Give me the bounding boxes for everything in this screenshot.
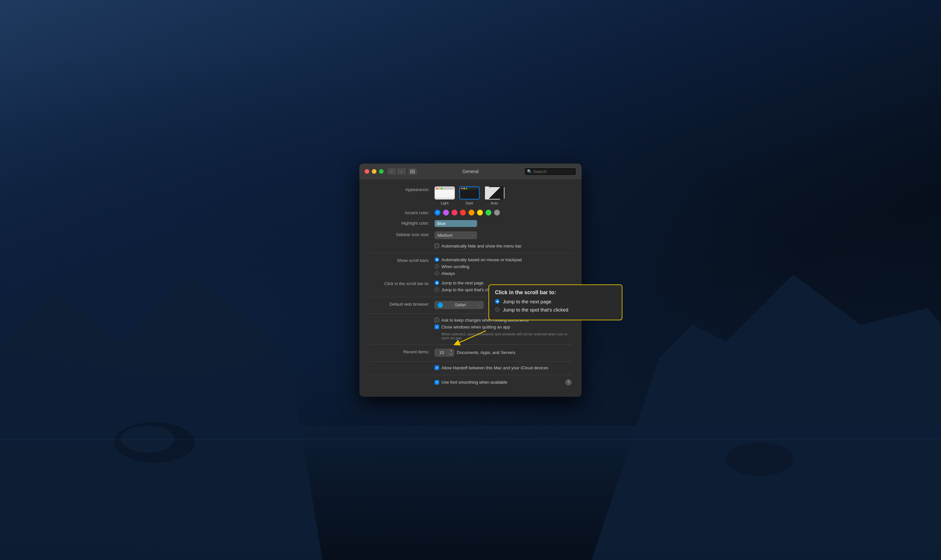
thumb-bar-dark: [460, 187, 479, 190]
appearance-options: Light: [435, 186, 572, 205]
appearance-light-label: Light: [441, 201, 449, 205]
handoff-control: Allow Handoff between this Mac and your …: [435, 365, 572, 370]
font-smoothing-control: Use font smoothing when available ?: [435, 379, 572, 386]
minimize-button[interactable]: [372, 169, 376, 174]
auto-hide-control: Automatically hide and show the menu bar: [435, 244, 572, 248]
recent-items-inline: 10 ▲ ▼ Documents, Apps, and Servers: [435, 349, 572, 357]
thumb-dot-d1: [461, 188, 463, 189]
titlebar: ‹ › General 🔍: [359, 164, 582, 180]
svg-marker-2: [591, 274, 941, 560]
scroll-when-scrolling-circle[interactable]: [435, 264, 439, 269]
callout-option-2[interactable]: Jump to the spot that's clicked: [495, 307, 616, 312]
accent-red[interactable]: [460, 210, 466, 215]
scroll-always-circle[interactable]: [435, 271, 439, 275]
handoff-box[interactable]: [435, 365, 439, 370]
scroll-auto-radio[interactable]: Automatically based on mouse or trackpad: [435, 257, 572, 262]
sidebar-icon-label: Sidebar icon size:: [369, 232, 435, 237]
web-browser-arrow: ⌄: [478, 303, 481, 307]
help-button[interactable]: ?: [565, 379, 572, 386]
recent-items-control: 10 ▲ ▼ Documents, Apps, and Servers: [435, 349, 572, 357]
accent-yellow[interactable]: [477, 210, 483, 215]
grid-view-button[interactable]: [409, 168, 417, 175]
font-smoothing-row: Use font smoothing when available ?: [369, 379, 572, 386]
appearance-dark-thumb: [460, 186, 480, 200]
preferences-window: ‹ › General 🔍 Appearance:: [359, 164, 582, 397]
back-icon: ‹: [391, 169, 392, 174]
web-browser-value: Safari: [455, 302, 466, 307]
sidebar-icon-arrow: ⌄: [472, 234, 474, 237]
click-next-page-circle[interactable]: [435, 280, 439, 285]
highlight-color-row: Highlight color: Blue ⌃: [369, 220, 572, 227]
sidebar-icon-control: Medium ⌄: [435, 232, 572, 239]
thumb-dot-d3: [466, 188, 467, 189]
thumb-dot-2: [438, 188, 440, 189]
appearance-control: Light: [435, 186, 572, 205]
handoff-label: [369, 365, 435, 366]
accent-purple[interactable]: [443, 210, 449, 215]
callout-radio-2[interactable]: [495, 307, 500, 312]
accent-color-label: Accent color:: [369, 210, 435, 215]
accent-pink[interactable]: [452, 210, 457, 215]
close-windows-box[interactable]: [435, 325, 439, 329]
accent-graphite[interactable]: [494, 210, 500, 215]
handoff-checkbox[interactable]: Allow Handoff between this Mac and your …: [435, 365, 572, 370]
recent-items-row: Recent items: 10 ▲ ▼ Documents, Apps, an…: [369, 349, 572, 357]
font-smoothing-box[interactable]: [435, 380, 439, 385]
callout-option-1-text: Jump to the next page: [503, 299, 551, 304]
search-input[interactable]: [533, 169, 574, 174]
appearance-row: Appearance:: [369, 186, 572, 205]
font-smoothing-checkbox[interactable]: Use font smoothing when available: [435, 380, 508, 385]
auto-hide-text: Automatically hide and show the menu bar: [441, 244, 521, 248]
highlight-color-dropdown[interactable]: Blue ⌃: [435, 220, 477, 227]
auto-hide-checkbox[interactable]: Automatically hide and show the menu bar: [435, 244, 572, 248]
auto-hide-checkbox-box[interactable]: [435, 244, 439, 248]
font-smoothing-text: Use font smoothing when available: [441, 380, 508, 385]
scroll-always-radio[interactable]: Always: [435, 271, 572, 276]
forward-icon: ›: [401, 169, 402, 174]
highlight-color-control: Blue ⌃: [435, 220, 572, 227]
appearance-light-thumb: [435, 186, 455, 200]
accent-green[interactable]: [486, 210, 491, 215]
accent-blue[interactable]: ✓: [435, 210, 440, 215]
appearance-auto[interactable]: Auto: [484, 186, 504, 205]
scroll-auto-radio-circle[interactable]: [435, 257, 439, 262]
show-scroll-bars-row: Show scroll bars: Automatically based on…: [369, 257, 572, 276]
safari-icon: [438, 302, 443, 308]
thumb-body-light: [435, 190, 454, 198]
maximize-button[interactable]: [379, 169, 384, 174]
font-smoothing-inline: Use font smoothing when available ?: [435, 379, 572, 386]
close-button[interactable]: [365, 169, 369, 174]
search-bar[interactable]: 🔍: [524, 168, 576, 176]
recent-items-value: 10: [435, 349, 448, 356]
callout-radio-1[interactable]: [495, 299, 500, 304]
highlight-color-value: Blue: [437, 221, 446, 226]
window-title: General: [417, 169, 524, 174]
svg-point-5: [726, 442, 793, 476]
stepper-up[interactable]: ▲: [449, 349, 454, 353]
forward-button[interactable]: ›: [397, 168, 406, 175]
callout-tooltip: Click in the scroll bar to: Jump to the …: [489, 285, 622, 320]
appearance-dark[interactable]: Dark: [460, 186, 480, 205]
stepper-down[interactable]: ▼: [449, 353, 454, 356]
web-browser-dropdown[interactable]: Safari ⌄: [435, 301, 484, 309]
show-scroll-bars-control: Automatically based on mouse or trackpad…: [435, 257, 572, 276]
scroll-always-text: Always: [441, 271, 455, 276]
sidebar-icon-value: Medium: [438, 233, 452, 238]
appearance-light[interactable]: Light: [435, 186, 455, 205]
svg-line-10: [457, 331, 486, 344]
scroll-when-scrolling-radio[interactable]: When scrolling: [435, 264, 572, 269]
divider-6: [369, 375, 572, 375]
click-spot-circle[interactable]: [435, 287, 439, 292]
recent-items-stepper[interactable]: 10 ▲ ▼: [435, 349, 454, 357]
appearance-auto-label: Auto: [491, 201, 498, 205]
ask-keep-changes-box[interactable]: [435, 318, 439, 322]
show-scroll-bars-label: Show scroll bars:: [369, 257, 435, 263]
callout-option-1[interactable]: Jump to the next page: [495, 299, 616, 304]
web-browser-label: Default web browser:: [369, 301, 435, 307]
sidebar-icon-dropdown[interactable]: Medium ⌄: [435, 232, 477, 239]
highlight-dropdown-arrow: ⌃: [472, 222, 474, 225]
accent-color-row: Accent color: ✓: [369, 210, 572, 215]
callout-option-2-text: Jump to the spot that's clicked: [503, 307, 568, 312]
accent-orange[interactable]: [469, 210, 474, 215]
back-button[interactable]: ‹: [387, 168, 396, 175]
